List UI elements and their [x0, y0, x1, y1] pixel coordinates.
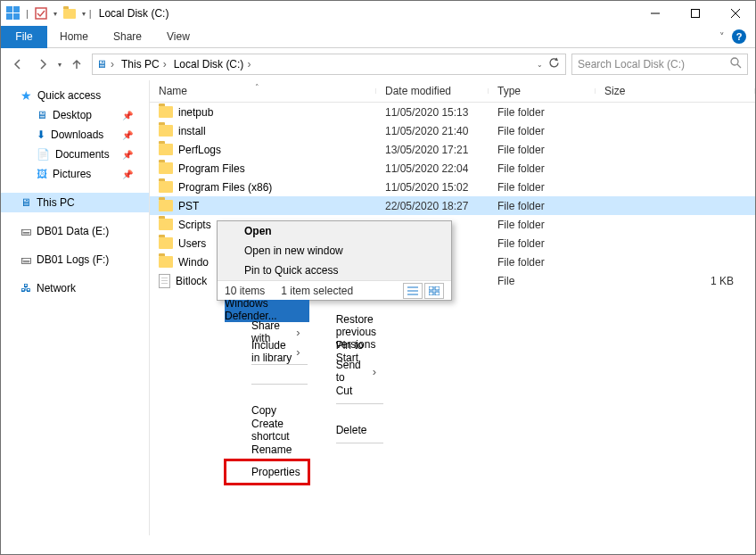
file-size: 1 KB [596, 275, 755, 287]
nav-pictures[interactable]: 🖼Pictures📌 [1, 164, 149, 184]
help-icon[interactable]: ? [732, 29, 746, 44]
menu-open[interactable]: Open [218, 221, 451, 241]
file-date: 13/05/2020 17:21 [376, 144, 489, 156]
file-date: 11/05/2020 21:40 [376, 125, 489, 137]
nav-network[interactable]: 🖧Network [1, 278, 149, 298]
navigation-bar: ▾ 🖥› This PC› Local Disk (C:)› ⌄ Search … [1, 48, 755, 80]
nav-drive-e[interactable]: 🖴DB01 Data (E:) [1, 221, 149, 241]
submenu-arrow-icon: › [296, 345, 300, 359]
nav-drive-f-label: DB01 Logs (F:) [37, 253, 109, 266]
pc-icon[interactable]: 🖥› [93, 54, 118, 74]
refresh-icon[interactable] [548, 57, 560, 71]
forward-button[interactable] [33, 54, 53, 74]
file-type: File folder [489, 125, 596, 137]
breadcrumb-this-pc-label: This PC [121, 58, 160, 70]
file-name: Program Files [178, 162, 245, 175]
address-bar[interactable]: 🖥› This PC› Local Disk (C:)› ⌄ [92, 54, 566, 75]
menu-send-to[interactable]: Send to› [309, 361, 385, 381]
this-pc-icon: 🖥 [21, 196, 31, 209]
svg-point-9 [731, 58, 738, 65]
drive-icon: 🖴 [21, 225, 31, 237]
file-type: File [489, 275, 596, 287]
list-item[interactable]: install11/05/2020 21:40File folder [150, 121, 755, 140]
breadcrumb-location[interactable]: Local Disk (C:)› [170, 54, 255, 74]
nav-quick-access[interactable]: ★Quick access [1, 86, 149, 105]
close-button[interactable] [715, 1, 755, 26]
sort-ascending-icon: ˄ [255, 83, 259, 92]
documents-icon: 📄 [37, 148, 50, 161]
menu-pin-quick-access[interactable]: Pin to Quick access [218, 261, 451, 280]
status-item-count: 10 items [225, 285, 265, 297]
menu-delete[interactable]: Delete [309, 420, 385, 440]
share-tab[interactable]: Share [101, 26, 154, 48]
list-item[interactable]: PerfLogs13/05/2020 17:21File folder [150, 140, 755, 159]
breadcrumb-this-pc[interactable]: This PC› [118, 54, 170, 74]
submenu-arrow-icon: › [373, 365, 376, 378]
file-name: Program Files (x86) [178, 181, 272, 194]
properties-qat-icon[interactable] [32, 4, 50, 22]
menu-rename[interactable]: Rename [225, 440, 309, 460]
title-bar: | ▾ ▾ | Local Disk (C:) [1, 1, 755, 26]
svg-rect-16 [429, 292, 433, 295]
nav-downloads-label: Downloads [51, 128, 103, 141]
menu-include-library[interactable]: Include in library› [225, 342, 309, 361]
list-item[interactable]: Program Files (x86)11/05/2020 15:02File … [150, 178, 755, 196]
menu-properties[interactable]: Properties [225, 460, 309, 485]
app-icon [4, 4, 22, 22]
document-icon [159, 274, 170, 288]
view-tab[interactable]: View [154, 26, 202, 48]
location-folder-icon [61, 4, 78, 22]
column-name[interactable]: Name˄ [150, 85, 376, 97]
address-history-icon[interactable]: ⌄ [537, 61, 543, 69]
nav-documents[interactable]: 📄Documents📌 [1, 145, 149, 164]
menu-create-shortcut[interactable]: Create shortcut [225, 420, 309, 440]
nav-this-pc[interactable]: 🖥This PC [1, 193, 149, 212]
nav-desktop[interactable]: 🖥Desktop📌 [1, 105, 149, 125]
status-bar: 10 items 1 item selected [218, 280, 451, 300]
up-button[interactable] [67, 54, 86, 74]
file-type: File folder [489, 219, 596, 231]
menu-open-new-window[interactable]: Open in new window [218, 241, 451, 261]
drive-icon: 🖴 [21, 253, 31, 266]
file-name: Windo [178, 256, 209, 269]
large-icons-view-button[interactable] [424, 283, 444, 299]
list-item[interactable]: Program Files11/05/2020 22:04File folder [150, 159, 755, 178]
column-type[interactable]: Type [489, 85, 596, 97]
minimize-button[interactable] [635, 1, 675, 26]
nav-documents-label: Documents [55, 148, 110, 161]
window-title: Local Disk (C:) [92, 7, 635, 20]
folder-icon [159, 162, 173, 174]
file-date: 11/05/2020 15:02 [376, 181, 489, 194]
file-name: install [178, 125, 206, 137]
list-item[interactable]: PST22/05/2020 18:27File folder [150, 196, 755, 215]
file-tab[interactable]: File [1, 26, 47, 48]
home-tab[interactable]: Home [47, 26, 101, 48]
qat-divider: | [26, 8, 29, 19]
svg-rect-2 [6, 13, 12, 20]
status-selected-count: 1 item selected [281, 285, 353, 297]
list-item[interactable]: inetpub11/05/2020 15:13File folder [150, 103, 755, 121]
nav-drive-f[interactable]: 🖴DB01 Logs (F:) [1, 250, 149, 269]
column-size[interactable]: Size [596, 85, 755, 97]
nav-downloads[interactable]: ⬇Downloads📌 [1, 125, 149, 145]
file-date: 22/05/2020 18:27 [376, 200, 489, 212]
qat-dropdown-icon[interactable]: ▾ [53, 10, 57, 18]
back-button[interactable] [8, 54, 28, 74]
folder-icon [159, 144, 173, 155]
svg-rect-6 [691, 10, 699, 18]
search-input[interactable]: Search Local Disk (C:) [571, 54, 748, 75]
context-menu: Open Open in new window Pin to Quick acc… [217, 220, 452, 301]
column-date[interactable]: Date modified [376, 85, 489, 97]
history-dropdown-icon[interactable]: ▾ [58, 61, 62, 69]
details-view-button[interactable] [403, 283, 423, 299]
location-dropdown-icon[interactable]: ▾ [82, 10, 86, 18]
column-name-label: Name [159, 85, 187, 97]
svg-rect-4 [36, 8, 46, 19]
menu-cut[interactable]: Cut [309, 381, 385, 401]
quick-access-toolbar: | ▾ ▾ | [1, 4, 92, 22]
maximize-button[interactable] [675, 1, 715, 26]
search-icon[interactable] [730, 57, 742, 71]
expand-ribbon-icon[interactable]: ˅ [719, 31, 725, 43]
nav-this-pc-label: This PC [37, 196, 75, 209]
submenu-arrow-icon: › [296, 326, 300, 339]
